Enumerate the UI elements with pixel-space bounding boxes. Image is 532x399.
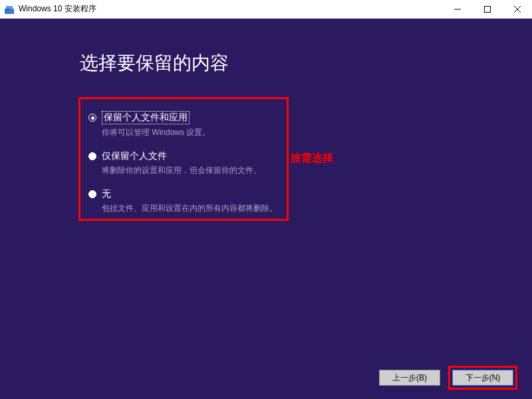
option-desc: 你将可以管理 Windows 设置。 [102, 127, 279, 138]
window-title: Windows 10 安装程序 [19, 3, 442, 15]
option-desc: 将删除你的设置和应用，但会保留你的文件。 [102, 165, 279, 176]
next-button[interactable]: 下一步(N) [452, 370, 513, 386]
setup-content: 选择要保留的内容 保留个人文件和应用 你将可以管理 Windows 设置。 仅保… [0, 19, 532, 399]
close-button[interactable] [502, 0, 532, 18]
radio-icon[interactable] [88, 190, 96, 198]
option-keep-files-apps[interactable]: 保留个人文件和应用 你将可以管理 Windows 设置。 [88, 111, 279, 138]
radio-icon[interactable] [88, 114, 96, 122]
option-keep-files-only[interactable]: 仅保留个人文件 将删除你的设置和应用，但会保留你的文件。 [88, 150, 279, 176]
minimize-button[interactable] [442, 0, 472, 18]
option-label: 保留个人文件和应用 [102, 111, 190, 124]
option-desc: 包括文件、应用和设置在内的所有内容都将删除。 [102, 203, 279, 214]
footer-buttons: 上一步(B) 下一步(N) [379, 366, 517, 390]
titlebar: Windows 10 安装程序 [0, 0, 532, 19]
window-controls [442, 0, 532, 18]
options-highlight-box: 保留个人文件和应用 你将可以管理 Windows 设置。 仅保留个人文件 将删除… [78, 97, 289, 221]
back-button[interactable]: 上一步(B) [379, 370, 440, 386]
option-nothing[interactable]: 无 包括文件、应用和设置在内的所有内容都将删除。 [88, 188, 279, 214]
annotation-text: 按需选择 [291, 152, 333, 166]
svg-rect-4 [484, 6, 490, 12]
next-button-highlight: 下一步(N) [448, 366, 517, 390]
svg-rect-2 [5, 9, 9, 11]
maximize-button[interactable] [472, 0, 502, 18]
app-icon [4, 4, 15, 15]
option-label: 仅保留个人文件 [102, 150, 167, 162]
radio-icon[interactable] [88, 152, 96, 160]
page-heading: 选择要保留的内容 [80, 51, 229, 76]
svg-rect-1 [6, 6, 13, 9]
option-label: 无 [102, 188, 111, 200]
